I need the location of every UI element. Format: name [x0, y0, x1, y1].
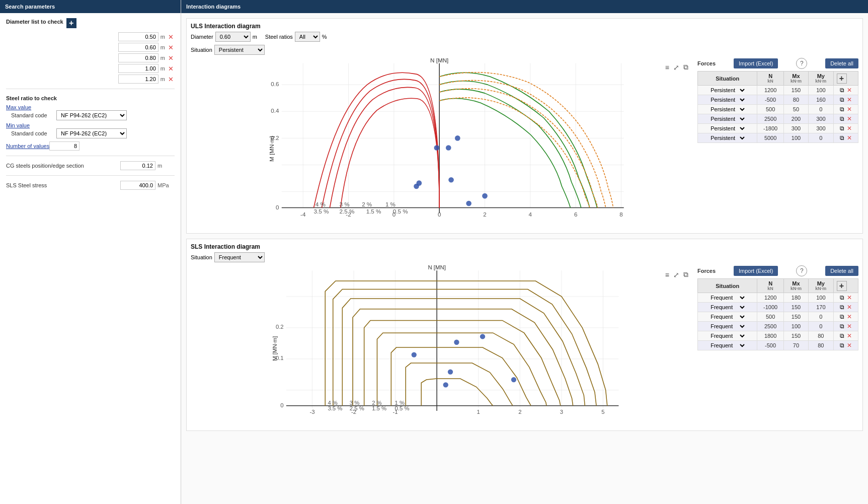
- uls-table-row: Persistent 2500 200 300 ⧉ ✕: [698, 114, 858, 124]
- sls-situation-dropdown-2[interactable]: Frequent: [708, 313, 746, 320]
- sls-row-delete-4[interactable]: ✕: [846, 332, 852, 339]
- svg-text:0.5 %: 0.5 %: [395, 405, 410, 411]
- sls-add-row-button[interactable]: +: [837, 281, 847, 291]
- remove-diameter-2[interactable]: ✕: [167, 44, 175, 51]
- diameter-input-5[interactable]: [118, 75, 159, 84]
- max-value-link[interactable]: Max value: [6, 104, 31, 110]
- sls-row-copy-1[interactable]: ⧉: [839, 304, 845, 311]
- diameter-input-4[interactable]: [118, 64, 159, 73]
- diameter-input-2[interactable]: [118, 43, 159, 52]
- sls-situation-dropdown-5[interactable]: Frequent: [708, 342, 746, 349]
- sls-row-copy-4[interactable]: ⧉: [839, 332, 845, 339]
- diameter-input-1[interactable]: [118, 32, 159, 41]
- uls-expand-icon[interactable]: ⤢: [672, 62, 680, 73]
- uls-row-Mx: 50: [783, 105, 808, 114]
- sls-row-actions: ⧉ ✕: [833, 331, 858, 341]
- uls-row-delete-2[interactable]: ✕: [846, 106, 852, 113]
- sls-row-copy-2[interactable]: ⧉: [839, 313, 845, 320]
- uls-row-copy-0[interactable]: ⧉: [839, 87, 845, 94]
- diameter-input-3[interactable]: [118, 53, 159, 62]
- sls-situation-dropdown-0[interactable]: Frequent: [708, 294, 746, 301]
- uls-situation-dropdown-3[interactable]: Persistent: [708, 115, 746, 122]
- min-standard-code-label: Standard code: [11, 130, 56, 136]
- diameter-section-title: Diameter list to check: [6, 19, 63, 25]
- num-values-link[interactable]: Number of values: [6, 143, 49, 149]
- uls-row-copy-1[interactable]: ⧉: [839, 96, 845, 103]
- sls-delete-all-button[interactable]: Delete all: [825, 266, 858, 276]
- sls-row-delete-2[interactable]: ✕: [846, 313, 852, 320]
- min-standard-code-select[interactable]: NF P94-262 (EC2): [56, 128, 127, 138]
- uls-col-Mx: Mx kN·m: [783, 71, 808, 86]
- uls-row-delete-0[interactable]: ✕: [846, 87, 852, 94]
- diameter-row: m ✕: [6, 64, 175, 73]
- uls-situation-dropdown-1[interactable]: Persistent: [708, 96, 746, 103]
- uls-diameter-select[interactable]: 0.60: [215, 32, 251, 42]
- remove-diameter-5[interactable]: ✕: [167, 76, 175, 83]
- sls-row-copy-5[interactable]: ⧉: [839, 342, 845, 349]
- cg-label: CG steels position/edge section: [6, 163, 120, 169]
- uls-copy-icon[interactable]: ⧉: [682, 62, 689, 73]
- sls-expand-icon[interactable]: ⤢: [672, 269, 680, 280]
- uls-delete-all-button[interactable]: Delete all: [825, 58, 858, 68]
- uls-row-delete-3[interactable]: ✕: [846, 115, 852, 122]
- uls-diameter-label: Diameter: [191, 34, 213, 40]
- sls-situation-dropdown-3[interactable]: Frequent: [708, 323, 746, 330]
- svg-text:2: 2: [518, 409, 521, 415]
- sls-situation-dropdown-1[interactable]: Frequent: [708, 304, 746, 311]
- sls-list-icon[interactable]: ≡: [664, 269, 670, 280]
- uls-row-delete-1[interactable]: ✕: [846, 96, 852, 103]
- sls-import-button[interactable]: Import (Excel): [734, 266, 778, 276]
- uls-import-button[interactable]: Import (Excel): [734, 58, 778, 68]
- cg-input[interactable]: [120, 161, 155, 170]
- diameter-row: m ✕: [6, 75, 175, 84]
- uls-table-row: Persistent 5000 100 0 ⧉ ✕: [698, 133, 858, 143]
- uls-row-copy-2[interactable]: ⧉: [839, 106, 845, 113]
- uls-situation-dropdown-0[interactable]: Persistent: [708, 87, 746, 94]
- sls-row-delete-3[interactable]: ✕: [846, 323, 852, 330]
- svg-text:8: 8: [619, 211, 623, 218]
- uls-row-situation: Persistent: [698, 133, 757, 143]
- uls-situation-dropdown-4[interactable]: Persistent: [708, 125, 746, 132]
- sls-forces-label: Forces: [697, 268, 716, 274]
- sls-copy-icon[interactable]: ⧉: [682, 269, 689, 280]
- uls-row-delete-4[interactable]: ✕: [846, 125, 852, 132]
- uls-situation-dropdown-5[interactable]: Persistent: [708, 134, 746, 141]
- uls-steel-ratios-select[interactable]: All: [295, 32, 320, 42]
- remove-diameter-4[interactable]: ✕: [167, 65, 175, 72]
- sls-row-delete-1[interactable]: ✕: [846, 304, 852, 311]
- sls-chart-area: ≡ ⤢ ⧉: [191, 265, 693, 426]
- uls-row-copy-3[interactable]: ⧉: [839, 115, 845, 122]
- sls-diagram-body: ≡ ⤢ ⧉: [191, 265, 858, 426]
- sls-row-My: 170: [809, 303, 833, 312]
- diameter-unit-5: m: [161, 76, 165, 82]
- left-panel-content: Diameter list to check + m ✕ m ✕ m ✕ m: [0, 13, 181, 504]
- uls-row-delete-5[interactable]: ✕: [846, 134, 852, 141]
- max-standard-code-select[interactable]: NF P94-262 (EC2): [56, 110, 127, 120]
- min-value-link[interactable]: Min value: [6, 122, 30, 128]
- remove-diameter-1[interactable]: ✕: [167, 34, 175, 40]
- uls-list-icon[interactable]: ≡: [664, 62, 670, 73]
- uls-row-copy-5[interactable]: ⧉: [839, 134, 845, 141]
- sls-row-delete-5[interactable]: ✕: [846, 342, 852, 349]
- sls-situation-select[interactable]: Frequent: [214, 252, 265, 262]
- sls-row-N: -1000: [757, 303, 783, 312]
- sls-help-button[interactable]: ?: [796, 265, 807, 276]
- uls-situation-dropdown-2[interactable]: Persistent: [708, 106, 746, 113]
- uls-row-copy-4[interactable]: ⧉: [839, 125, 845, 132]
- sls-chart-toolbar: ≡ ⤢ ⧉: [664, 269, 689, 280]
- sls-row-copy-3[interactable]: ⧉: [839, 323, 845, 330]
- sls-input[interactable]: [120, 181, 155, 190]
- num-values-input[interactable]: [49, 141, 80, 151]
- left-panel: Search parameters Diameter list to check…: [0, 0, 181, 504]
- uls-row-situation: Persistent: [698, 95, 757, 105]
- uls-help-button[interactable]: ?: [796, 58, 807, 69]
- sls-situation-dropdown-4[interactable]: Frequent: [708, 332, 746, 339]
- remove-diameter-3[interactable]: ✕: [167, 55, 175, 61]
- sls-row-delete-0[interactable]: ✕: [846, 294, 852, 301]
- sls-row-copy-0[interactable]: ⧉: [839, 294, 845, 301]
- uls-add-row-button[interactable]: +: [837, 74, 847, 84]
- sls-row-Mx: 180: [783, 293, 808, 303]
- add-diameter-button[interactable]: +: [66, 18, 76, 28]
- uls-situation-select[interactable]: Persistent: [214, 45, 265, 55]
- uls-table-row: Persistent 500 50 0 ⧉ ✕: [698, 105, 858, 114]
